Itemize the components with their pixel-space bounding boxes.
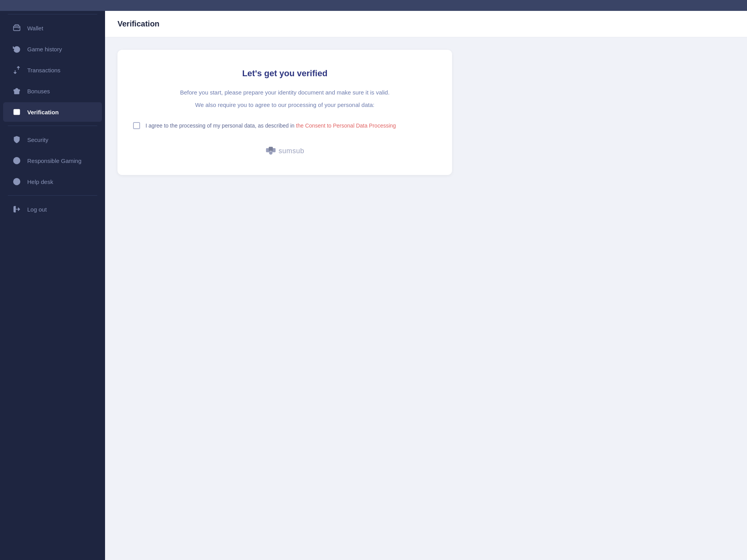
svg-rect-15	[16, 161, 18, 162]
consent-checkbox[interactable]	[133, 122, 140, 129]
logout-icon	[12, 205, 21, 214]
sidebar-item-bonuses[interactable]: Bonuses	[3, 81, 102, 101]
sidebar-item-verification[interactable]: Verification	[3, 102, 102, 122]
help-desk-icon	[12, 177, 21, 186]
sumsub-logo: sumsub	[265, 145, 304, 156]
sidebar-item-bonuses-label: Bonuses	[27, 88, 50, 94]
transactions-icon	[12, 66, 21, 74]
sidebar: Wallet Game history Transactions	[0, 0, 105, 560]
sidebar-item-help-desk-label: Help desk	[27, 178, 53, 185]
page-body: Let's get you verified Before you start,…	[105, 37, 747, 187]
sidebar-item-game-history-label: Game history	[27, 46, 62, 52]
svg-rect-26	[269, 147, 273, 151]
sidebar-item-verification-label: Verification	[27, 109, 59, 116]
security-icon	[12, 135, 21, 144]
sidebar-divider-bottom	[8, 195, 97, 196]
sidebar-item-wallet-label: Wallet	[27, 25, 43, 32]
top-bar	[0, 0, 747, 11]
svg-point-12	[16, 159, 17, 159]
svg-point-27	[269, 151, 273, 155]
bonuses-icon	[12, 87, 21, 95]
card-subtitle-1: Before you start, please prepare your id…	[133, 88, 437, 97]
consent-label: I agree to the processing of my personal…	[146, 121, 396, 130]
sidebar-item-logout[interactable]: Log out	[3, 200, 102, 219]
sidebar-divider-top	[8, 14, 97, 14]
sidebar-item-security-label: Security	[27, 136, 48, 143]
sidebar-item-logout-label: Log out	[27, 206, 47, 213]
sidebar-divider-middle	[8, 126, 97, 126]
sumsub-brand: sumsub	[133, 145, 437, 156]
sidebar-item-wallet[interactable]: Wallet	[3, 18, 102, 38]
card-heading: Let's get you verified	[133, 68, 437, 79]
page-header: Verification	[105, 11, 747, 37]
sumsub-text: sumsub	[279, 147, 304, 155]
verification-icon	[12, 108, 21, 116]
wallet-icon	[12, 24, 21, 32]
sidebar-item-security[interactable]: Security	[3, 130, 102, 149]
sidebar-item-transactions[interactable]: Transactions	[3, 60, 102, 80]
verification-card: Let's get you verified Before you start,…	[117, 50, 452, 175]
page-title: Verification	[117, 19, 735, 28]
consent-row: I agree to the processing of my personal…	[133, 121, 437, 130]
main-content: Verification Let's get you verified Befo…	[105, 0, 747, 560]
sidebar-item-responsible-gaming[interactable]: Responsible Gaming	[3, 151, 102, 170]
svg-point-17	[16, 180, 18, 183]
responsible-gaming-icon	[12, 156, 21, 165]
sidebar-item-responsible-gaming-label: Responsible Gaming	[27, 158, 81, 164]
card-subtitle-2: We also require you to agree to our proc…	[133, 100, 437, 110]
history-icon	[12, 45, 21, 53]
sumsub-icon	[265, 145, 276, 156]
svg-rect-0	[14, 26, 20, 31]
sidebar-item-transactions-label: Transactions	[27, 67, 60, 74]
sidebar-item-game-history[interactable]: Game history	[3, 39, 102, 59]
consent-text: I agree to the processing of my personal…	[146, 122, 296, 129]
sidebar-item-help-desk[interactable]: Help desk	[3, 172, 102, 191]
consent-link[interactable]: the Consent to Personal Data Processing	[296, 122, 396, 129]
